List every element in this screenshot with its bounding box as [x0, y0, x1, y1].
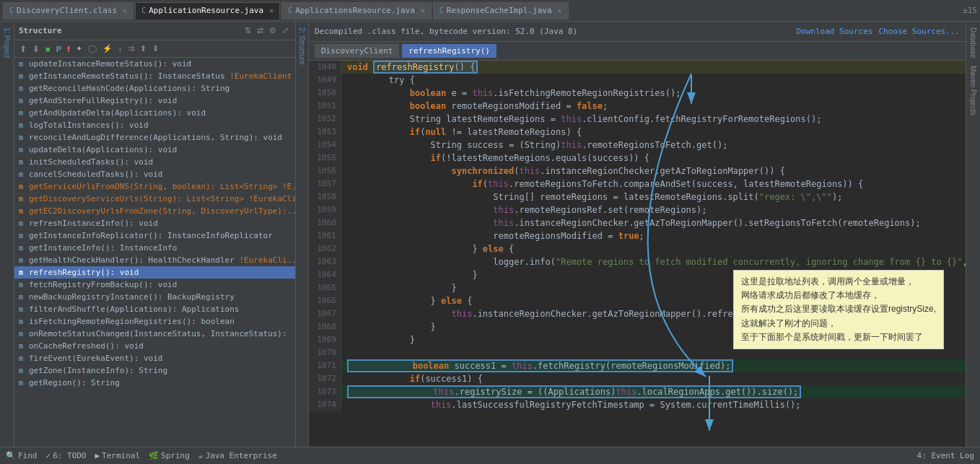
struct-sort12[interactable]: ⬇ [150, 43, 161, 54]
code-line-1061: 1061 remoteRegionsModified = true; [309, 229, 966, 242]
project-strip-btn[interactable]: 1: Project [1, 25, 12, 61]
database-strip-btn[interactable]: Database [968, 25, 979, 61]
struct-item-25[interactable]: m getZone(InstanceInfo): String [14, 364, 295, 377]
code-line-1054: 1054 String success = (String)this.remot… [309, 139, 966, 152]
find-label: Find [18, 451, 38, 460]
code-line-1051: 1051 boolean remoteRegionsModified = fal… [309, 100, 966, 113]
struct-sort8[interactable]: ⚡ [100, 43, 115, 54]
struct-item-23[interactable]: m onCacheRefreshed(): void [14, 340, 295, 352]
struct-item-18[interactable]: m fetchRegistryFromBackup(): void [14, 279, 295, 291]
structure-side-strip: 2: Structure [296, 22, 309, 447]
struct-item-26[interactable]: m getRegion(): String [14, 377, 295, 389]
download-sources-link[interactable]: Download Sources [796, 27, 872, 36]
struct-item-19[interactable]: m newBackupRegistryInstance(): BackupReg… [14, 291, 295, 303]
status-java-enterprise[interactable]: ☕ Java Enterprise [198, 451, 277, 460]
struct-item-17[interactable]: m refreshRegistry(): void [14, 266, 295, 279]
tab-close-2[interactable]: ✕ [269, 6, 274, 14]
sort-type-btn[interactable]: ⇄ [255, 25, 266, 36]
struct-sort6[interactable]: ✦ [74, 43, 84, 54]
todo-label: 6: TODO [53, 451, 86, 460]
status-todo[interactable]: ✓ 6: TODO [46, 451, 87, 460]
struct-item-16[interactable]: m getHealthCheckHandler(): HealthCheckHa… [14, 254, 295, 266]
struct-item-20[interactable]: m filterAndShuffle(Applications): Applic… [14, 303, 295, 315]
code-line-1058: 1058 String[] remoteRegions = latestRemo… [309, 191, 966, 203]
structure-sub-tools: ⬆ ⬇ ■ P f ✦ ◯ ⚡ ↕ ⇉ ⬆ ⬇ [14, 40, 295, 58]
struct-item-5[interactable]: m logTotalInstances(): void [14, 119, 295, 131]
structure-strip-btn[interactable]: 2: Structure [297, 25, 307, 68]
tab-close-4[interactable]: ✕ [558, 6, 562, 14]
tab-icon-3: C [288, 6, 292, 14]
struct-sort4[interactable]: P [54, 44, 64, 54]
struct-item-0[interactable]: m updateInstanceRemoteStatus(): void [14, 58, 295, 70]
struct-item-7[interactable]: m updateDelta(Applications): void [14, 144, 295, 156]
annotation-box: 这里是拉取地址列表，调用两个全量或增量， 网络请求成功后都修改了本地缓存， 所有… [733, 270, 944, 349]
maven-strip-btn[interactable]: Maven Projects [968, 63, 979, 118]
tab-bar-right: ±15 [963, 6, 977, 15]
code-line-1071: 1071 boolean success1 = this.fetchRegist… [309, 359, 966, 372]
status-event-log[interactable]: 4: Event Log [917, 451, 974, 460]
struct-sort9[interactable]: ↕ [116, 44, 125, 54]
settings-btn[interactable]: ⚙ [267, 25, 279, 36]
spring-label: Spring [161, 451, 190, 460]
tab-label-3: ApplicationsResource.java [295, 6, 415, 15]
annotation-line3: 所有成功之后这里要读取本读缓存设置registrySize, [741, 302, 936, 316]
status-terminal[interactable]: ▶ Terminal [95, 451, 140, 460]
struct-item-4[interactable]: m getAndUpdateDelta(Applications): void [14, 107, 295, 119]
code-line-1056: 1056 synchronized(this.instanceRegionChe… [309, 165, 966, 178]
tab-label-4: ResponseCacheImpl.java [447, 6, 552, 15]
code-line-1063: 1063 logger.info("Remote regions to fetc… [309, 255, 966, 268]
tab-close-1[interactable]: ✕ [123, 6, 127, 14]
struct-item-2[interactable]: m getReconcileHashCode(Applications): St… [14, 82, 295, 95]
code-line-1072: 1072 if(success1) { [309, 372, 966, 385]
struct-sort3[interactable]: ■ [43, 44, 53, 54]
decompiled-text: Decompiled .class file, bytecode version… [315, 27, 577, 36]
code-area[interactable]: 1048 void refreshRegistry() { 1049 try {… [309, 61, 966, 447]
status-find[interactable]: 🔍 Find [6, 451, 38, 460]
struct-sort2[interactable]: ⬇ [30, 43, 42, 55]
struct-sort10[interactable]: ⇉ [126, 43, 136, 54]
struct-item-24[interactable]: m fireEvent(EurekaEvent): void [14, 352, 295, 364]
struct-item-12[interactable]: m getEC2DiscoveryUrlsFromZone(String, Di… [14, 205, 295, 217]
code-line-1049: 1049 try { [309, 74, 966, 87]
annotation-line5: 至于下面那个是系统时间戳，更新一下时间罢了 [741, 331, 936, 344]
struct-item-6[interactable]: m reconcileAndLogDifference(Applications… [14, 131, 295, 144]
struct-item-14[interactable]: m getInstanceInfoReplicator(): InstanceI… [14, 229, 295, 242]
struct-sort5[interactable]: f [65, 44, 72, 54]
struct-item-15[interactable]: m getInstanceInfo(): InstanceInfo [14, 242, 295, 254]
right-strip: Database Maven Projects [966, 22, 980, 447]
structure-list: m updateInstanceRemoteStatus(): void m g… [14, 58, 295, 447]
tab-icon-2: C [141, 6, 146, 14]
tab-response-cache-impl[interactable]: C ResponseCacheImpl.java ✕ [433, 2, 569, 19]
sort-alpha-btn[interactable]: ⇅ [242, 25, 253, 36]
struct-sort1[interactable]: ⬆ [17, 43, 29, 55]
struct-item-10[interactable]: m getServiceUrlsFromDNS(String, boolean)… [14, 180, 295, 193]
method-btn-discovery-client[interactable]: DiscoveryClient [315, 44, 399, 58]
struct-sort11[interactable]: ⬆ [138, 43, 149, 54]
annotation-line4: 这就解决了刚才的问题， [741, 317, 936, 331]
tab-application-resource[interactable]: C ApplicationResource.java ✕ [135, 2, 280, 19]
struct-item-11[interactable]: m getDiscoveryServiceUrls(String): List<… [14, 193, 295, 205]
tab-discovery-client[interactable]: C DiscoveryClient.class ✕ [3, 2, 134, 19]
method-btn-refresh-registry[interactable]: refreshRegistry() [402, 44, 496, 58]
choose-sources-link[interactable]: Choose Sources... [878, 27, 960, 36]
event-log-label: 4: Event Log [917, 451, 974, 460]
code-line-1059: 1059 this.remoteRegionsRef.set(remoteReg… [309, 203, 966, 216]
code-line-1048: 1048 void refreshRegistry() { [309, 61, 966, 74]
struct-item-3[interactable]: m getAndStoreFullRegistry(): void [14, 95, 295, 107]
todo-icon: ✓ [46, 451, 51, 460]
struct-item-22[interactable]: m onRemoteStatusChanged(InstanceStatus, … [14, 328, 295, 340]
struct-item-13[interactable]: m refreshInstanceInfo(): void [14, 217, 295, 229]
banner-links: Download Sources Choose Sources... [796, 27, 960, 36]
code-line-1050: 1050 boolean e = this.isFetchingRemoteRe… [309, 87, 966, 100]
struct-item-21[interactable]: m isFetchingRemoteRegionRegistries(): bo… [14, 315, 295, 328]
expand-btn[interactable]: ⤢ [280, 25, 291, 36]
tab-applications-resource[interactable]: C ApplicationsResource.java ✕ [281, 2, 432, 19]
tab-close-3[interactable]: ✕ [421, 6, 425, 14]
status-spring[interactable]: 🌿 Spring [149, 451, 190, 460]
struct-sort7[interactable]: ◯ [86, 43, 99, 54]
terminal-label: Terminal [102, 451, 140, 460]
struct-item-8[interactable]: m initScheduledTasks(): void [14, 156, 295, 168]
tab-icon-1: C [9, 6, 14, 14]
struct-item-9[interactable]: m cancelScheduledTasks(): void [14, 168, 295, 180]
struct-item-1[interactable]: m getInstanceRemoteStatus(): InstanceSta… [14, 70, 295, 82]
